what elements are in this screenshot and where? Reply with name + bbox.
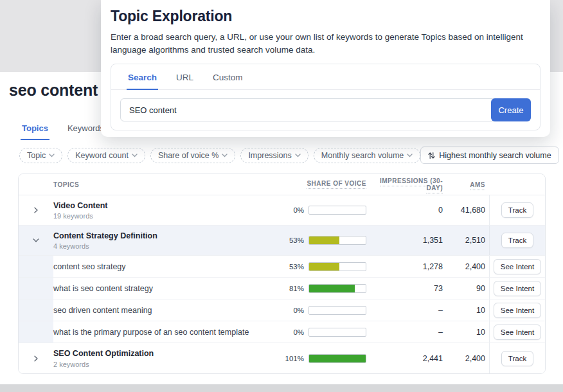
modal-tab-url[interactable]: URL xyxy=(175,64,195,89)
filter-chip-monthly-search-volume[interactable]: Monthly search volume xyxy=(314,148,421,163)
topic-cell: SEO Content Optimization 2 keywords xyxy=(53,348,282,368)
sov-bar xyxy=(308,284,366,293)
expand-cell[interactable] xyxy=(19,195,53,225)
sov-bar-fill xyxy=(309,285,355,292)
impressions-value: – xyxy=(369,328,449,337)
header-ams-label: AMS xyxy=(470,181,485,190)
topics-table-body: Video Content 19 keywords 0% 0 41,680 Tr… xyxy=(19,195,545,373)
header-topics: TOPICS xyxy=(53,181,282,188)
page-title: seo content xyxy=(9,81,98,100)
share-of-voice-cell: 53% xyxy=(282,262,369,271)
sov-bar xyxy=(308,306,366,315)
chevron-down-icon xyxy=(295,154,301,157)
row-action-button[interactable]: Track xyxy=(501,351,533,366)
impressions-value: 1,351 xyxy=(369,236,449,245)
sov-bar xyxy=(308,354,366,363)
filter-chip-label: Topic xyxy=(27,151,46,160)
search-query-input[interactable] xyxy=(120,98,531,121)
toolbar-right: Highest monthly search volume ⚙ Edit col… xyxy=(420,147,563,164)
sov-percent: 0% xyxy=(281,206,304,214)
table-row-topic: SEO Content Optimization 2 keywords 101%… xyxy=(19,343,545,373)
filter-chip-share-of-voice[interactable]: Share of voice % xyxy=(150,148,236,163)
ams-value: 2,400 xyxy=(449,262,489,271)
keyword-text: seo driven content meaning xyxy=(53,306,277,315)
share-of-voice-cell: 0% xyxy=(282,306,369,315)
share-of-voice-cell: 0% xyxy=(282,328,369,337)
row-action-button[interactable]: See Intent xyxy=(494,303,541,318)
filter-chip-impressions[interactable]: Impressions xyxy=(240,148,308,163)
chevron-down-icon xyxy=(49,154,55,157)
filter-chip-label: Keyword count xyxy=(75,151,129,160)
row-action-button[interactable]: Track xyxy=(501,202,533,218)
expand-cell[interactable] xyxy=(19,226,53,255)
keyword-cell: content seo strategy xyxy=(53,262,282,271)
modal-input-row: Create xyxy=(111,90,540,130)
row-action-button[interactable]: See Intent xyxy=(494,259,541,274)
ams-value: 2,400 xyxy=(449,354,489,363)
tab-topics[interactable]: Topics xyxy=(21,121,49,140)
ams-value: 90 xyxy=(449,284,489,293)
sov-percent: 81% xyxy=(281,285,304,292)
impressions-value: 73 xyxy=(369,284,449,293)
modal-tab-search[interactable]: Search xyxy=(127,64,158,90)
create-button[interactable]: Create xyxy=(491,98,531,121)
chevron-right-icon[interactable] xyxy=(33,207,39,213)
modal-tab-custom[interactable]: Custom xyxy=(211,64,244,89)
header-share-of-voice[interactable]: SHARE OF VOICE xyxy=(282,180,369,189)
sort-arrows-icon xyxy=(428,152,435,159)
tab-keywords[interactable]: Keywords xyxy=(66,121,105,140)
filter-chip-keyword-count[interactable]: Keyword count xyxy=(67,148,145,163)
sov-percent: 53% xyxy=(281,263,304,271)
modal-search-card: Search URL Custom Create xyxy=(111,64,541,130)
expand-cell[interactable] xyxy=(19,343,53,373)
sov-bar-fill xyxy=(309,236,339,244)
filter-chip-topic[interactable]: Topic xyxy=(19,148,62,163)
chevron-down-icon xyxy=(407,154,413,157)
sov-bar xyxy=(308,206,366,215)
header-expand-spacer xyxy=(19,174,53,195)
keyword-cell: seo driven content meaning xyxy=(53,306,282,315)
chevron-right-icon[interactable] xyxy=(33,355,39,362)
action-cell: See Intent xyxy=(489,321,545,343)
modal-description: Enter a broad search query, a URL, or us… xyxy=(111,31,532,56)
sov-percent: 0% xyxy=(281,307,304,314)
table-row-keyword: seo driven content meaning 0% – 10 See I… xyxy=(19,299,545,321)
share-of-voice-cell: 101% xyxy=(282,354,369,363)
row-action-button[interactable]: See Intent xyxy=(494,325,541,340)
header-ams[interactable]: AMS xyxy=(449,181,489,188)
keyword-cell: what is the primary purpose of an seo co… xyxy=(53,328,282,337)
keyword-cell: what is seo content strategy xyxy=(53,284,282,293)
table-row-topic: Video Content 19 keywords 0% 0 41,680 Tr… xyxy=(19,195,545,226)
row-action-button[interactable]: Track xyxy=(501,233,533,248)
expand-gutter xyxy=(19,299,53,321)
expand-gutter xyxy=(19,278,53,299)
topic-exploration-modal: Topic Exploration Enter a broad search q… xyxy=(101,0,550,137)
header-share-of-voice-label: SHARE OF VOICE xyxy=(307,180,366,189)
modal-tabs: Search URL Custom xyxy=(111,64,540,90)
row-action-button[interactable]: See Intent xyxy=(494,281,541,296)
sov-percent: 53% xyxy=(281,236,304,244)
chevron-down-icon xyxy=(222,154,228,157)
keyword-count: 2 keywords xyxy=(53,361,277,368)
action-cell: Track xyxy=(489,226,545,255)
expand-gutter xyxy=(19,321,53,343)
topic-cell: Video Content 19 keywords xyxy=(53,200,282,220)
sort-button[interactable]: Highest monthly search volume xyxy=(420,147,559,164)
table-row-keyword: content seo strategy 53% 1,278 2,400 See… xyxy=(19,256,545,278)
header-impressions[interactable]: IMPRESSIONS (30-DAY) xyxy=(369,177,449,192)
keyword-text: what is seo content strategy xyxy=(53,284,277,293)
ams-value: 10 xyxy=(449,306,489,315)
sov-bar-fill xyxy=(309,355,366,362)
filter-toolbar: Topic Keyword count Share of voice % Imp… xyxy=(19,147,544,164)
sov-percent: 101% xyxy=(281,355,304,362)
search-input-group: Create xyxy=(120,98,531,121)
modal-title: Topic Exploration xyxy=(111,8,541,25)
keyword-count: 4 keywords xyxy=(53,242,277,250)
screen: seo content Topics Keywords Topic Keywor… xyxy=(0,0,563,392)
share-of-voice-cell: 0% xyxy=(282,206,369,215)
topic-name: Content Strategy Definition xyxy=(53,231,277,241)
action-cell: Track xyxy=(489,343,545,373)
filter-chips: Topic Keyword count Share of voice % Imp… xyxy=(19,148,420,163)
chevron-right-icon[interactable] xyxy=(33,237,39,244)
impressions-value: 2,441 xyxy=(369,354,449,363)
